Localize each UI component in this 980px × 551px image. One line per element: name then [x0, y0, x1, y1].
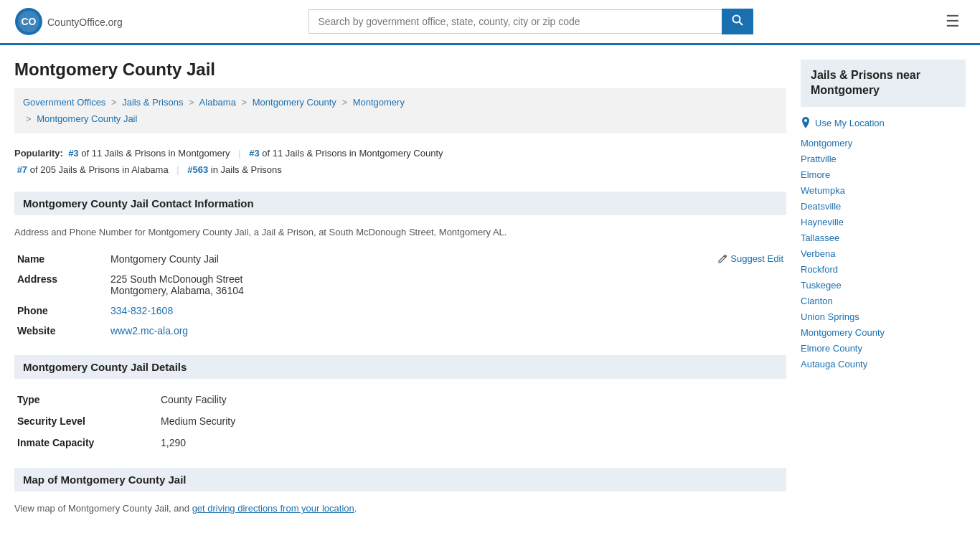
search-area — [308, 9, 753, 34]
contact-section-header: Montgomery County Jail Contact Informati… — [14, 192, 786, 215]
phone-link[interactable]: 334-832-1608 — [110, 305, 173, 316]
svg-text:CO: CO — [22, 16, 37, 27]
logo-icon: CO — [14, 7, 43, 36]
security-label: Security Level — [14, 410, 158, 432]
sidebar-link-tallassee[interactable]: Tallassee — [801, 232, 839, 243]
list-item: Montgomery County — [801, 326, 966, 338]
list-item: Elmore — [801, 169, 966, 180]
details-info-table: Type County Facility Security Level Medi… — [14, 389, 786, 453]
address-label: Address — [14, 269, 108, 301]
suggest-edit-button[interactable]: Suggest Edit — [717, 253, 783, 264]
list-item: Rockford — [801, 263, 966, 275]
security-value: Medium Security — [158, 410, 786, 432]
list-item: Prattville — [801, 153, 966, 164]
website-label: Website — [14, 321, 108, 341]
logo[interactable]: CO CountyOffice.org — [14, 7, 123, 36]
table-row: Address 225 South McDonough Street Montg… — [14, 269, 786, 301]
sidebar-link-wetumpka[interactable]: Wetumpka — [801, 185, 845, 196]
svg-point-3 — [733, 16, 740, 23]
name-value: Montgomery County Jail Suggest Edit — [108, 249, 786, 269]
list-item: Clanton — [801, 295, 966, 306]
sidebar-link-tuskegee[interactable]: Tuskegee — [801, 280, 842, 291]
capacity-value: 1,290 — [158, 432, 786, 453]
map-section-header: Map of Montgomery County Jail — [14, 468, 786, 491]
list-item: Tuskegee — [801, 279, 966, 291]
list-item: Verbena — [801, 248, 966, 259]
use-location-link[interactable]: Use My Location — [815, 118, 885, 128]
search-input[interactable] — [308, 9, 722, 34]
sidebar-link-prattville[interactable]: Prattville — [801, 154, 837, 164]
contact-description: Address and Phone Number for Montgomery … — [14, 225, 786, 240]
search-icon — [732, 14, 743, 26]
driving-directions-link[interactable]: get driving directions from your locatio… — [192, 503, 354, 514]
table-row: Type County Facility — [14, 389, 786, 410]
breadcrumb-link-jails[interactable]: Jails & Prisons — [122, 97, 183, 108]
sidebar-link-elmore[interactable]: Elmore — [801, 169, 830, 180]
list-item: Elmore County — [801, 342, 966, 354]
map-description: View map of Montgomery County Jail, and … — [14, 501, 786, 516]
address-value: 225 South McDonough Street Montgomery, A… — [108, 269, 786, 301]
phone-label: Phone — [14, 301, 108, 321]
sidebar-links-list: Montgomery Prattville Elmore Wetumpka De… — [801, 137, 966, 369]
sidebar: Jails & Prisons near Montgomery Use My L… — [801, 60, 966, 516]
svg-point-6 — [804, 119, 807, 122]
website-link[interactable]: www2.mc-ala.org — [110, 325, 188, 336]
list-item: Deatsville — [801, 200, 966, 212]
sidebar-link-clanton[interactable]: Clanton — [801, 296, 833, 306]
use-location[interactable]: Use My Location — [801, 117, 966, 130]
sidebar-link-deatsville[interactable]: Deatsville — [801, 201, 841, 212]
table-row: Phone 334-832-1608 — [14, 301, 786, 321]
svg-line-4 — [740, 22, 743, 26]
sidebar-link-hayneville[interactable]: Hayneville — [801, 217, 844, 227]
breadcrumb-link-gov[interactable]: Government Offices — [23, 97, 105, 108]
sidebar-link-montgomery-county[interactable]: Montgomery County — [801, 327, 885, 338]
type-label: Type — [14, 389, 158, 410]
breadcrumb-link-alabama[interactable]: Alabama — [199, 97, 236, 108]
breadcrumb: Government Offices > Jails & Prisons > A… — [14, 88, 786, 133]
sidebar-link-montgomery[interactable]: Montgomery — [801, 138, 852, 149]
list-item: Union Springs — [801, 311, 966, 322]
sidebar-link-union-springs[interactable]: Union Springs — [801, 311, 859, 322]
list-item: Hayneville — [801, 216, 966, 227]
sidebar-title-box: Jails & Prisons near Montgomery — [801, 60, 966, 107]
capacity-label: Inmate Capacity — [14, 432, 158, 453]
contact-info-table: Name Montgomery County Jail Suggest Edit… — [14, 249, 786, 341]
table-row: Security Level Medium Security — [14, 410, 786, 432]
sidebar-link-verbena[interactable]: Verbena — [801, 248, 835, 259]
breadcrumb-link-current[interactable]: Montgomery County Jail — [37, 113, 137, 124]
menu-button[interactable]: ☰ — [940, 9, 966, 34]
sidebar-link-autauga-county[interactable]: Autauga County — [801, 359, 867, 369]
table-row: Inmate Capacity 1,290 — [14, 432, 786, 453]
table-row: Name Montgomery County Jail Suggest Edit — [14, 249, 786, 269]
popularity-section: Popularity: #3 of 11 Jails & Prisons in … — [14, 145, 786, 179]
phone-value: 334-832-1608 — [108, 301, 786, 321]
website-value: www2.mc-ala.org — [108, 321, 786, 341]
list-item: Montgomery — [801, 137, 966, 149]
sidebar-title: Jails & Prisons near Montgomery — [811, 68, 956, 98]
breadcrumb-link-montgomery[interactable]: Montgomery — [353, 97, 405, 108]
pin-icon — [801, 117, 811, 130]
edit-icon — [717, 254, 727, 264]
breadcrumb-link-montgomery-county[interactable]: Montgomery County — [253, 97, 336, 108]
details-section-header: Montgomery County Jail Details — [14, 355, 786, 379]
list-item: Wetumpka — [801, 184, 966, 196]
table-row: Website www2.mc-ala.org — [14, 321, 786, 341]
sidebar-link-rockford[interactable]: Rockford — [801, 264, 838, 275]
list-item: Tallassee — [801, 232, 966, 243]
page-title: Montgomery County Jail — [14, 60, 786, 80]
list-item: Autauga County — [801, 358, 966, 369]
sidebar-link-elmore-county[interactable]: Elmore County — [801, 343, 862, 354]
main-container: Montgomery County Jail Government Office… — [0, 45, 980, 530]
logo-text: CountyOffice.org — [47, 14, 123, 29]
name-label: Name — [14, 249, 108, 269]
search-button[interactable] — [722, 9, 753, 34]
content-area: Montgomery County Jail Government Office… — [14, 60, 786, 516]
type-value: County Facility — [158, 389, 786, 410]
site-header: CO CountyOffice.org ☰ — [0, 0, 980, 45]
